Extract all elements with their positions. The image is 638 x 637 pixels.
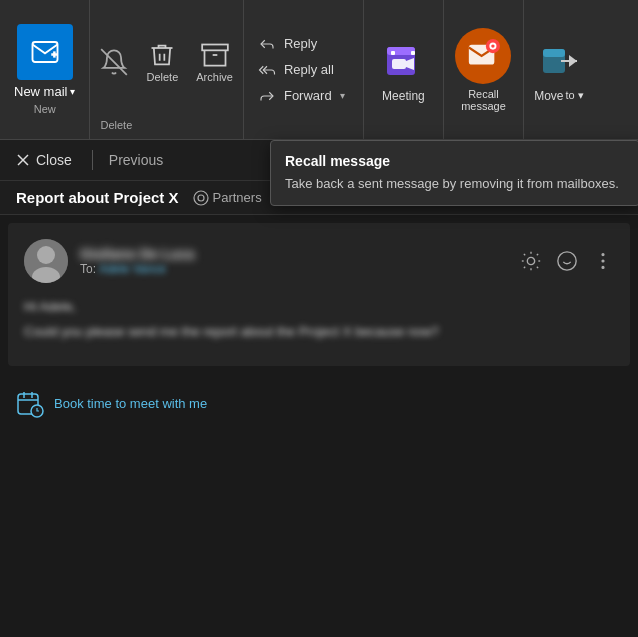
recall-button[interactable] [455, 28, 511, 84]
bell-muted-icon [100, 48, 128, 76]
sender-to: To: Adele Vance [80, 262, 508, 276]
avatar-image [24, 239, 68, 283]
tooltip-description: Take back a sent message by removing it … [285, 175, 625, 193]
mail-subject: Report about Project X [16, 189, 179, 206]
recall-section: Recall message [444, 0, 524, 139]
meeting-icon [383, 41, 423, 81]
delete-label: Delete [146, 71, 178, 83]
reply-icon [258, 35, 276, 53]
mail-content: Giuliano De Luca To: Adele Vance [8, 223, 630, 366]
moveto-label[interactable]: Move to ▾ [534, 89, 584, 103]
emoji-icon[interactable] [556, 250, 578, 272]
delete-icon [148, 41, 176, 69]
tag-icon [193, 190, 209, 206]
reply-section: Reply Reply all Forward ▾ [244, 0, 364, 139]
new-mail-label[interactable]: New mail ▾ [14, 84, 75, 99]
svg-rect-10 [392, 59, 406, 69]
sender-info: Giuliano De Luca To: Adele Vance [80, 246, 508, 276]
svg-rect-4 [202, 44, 228, 50]
nav-divider [92, 150, 93, 170]
new-mail-button[interactable] [17, 24, 73, 80]
toolbar: New mail ▾ New [0, 0, 638, 140]
brightness-icon[interactable] [520, 250, 542, 272]
reply-all-icon [258, 61, 276, 79]
moveto-section: Move to ▾ [524, 0, 594, 139]
forward-button[interactable]: Forward ▾ [254, 85, 353, 107]
mail-icons-row [520, 250, 614, 272]
archive-label: Archive [196, 71, 233, 83]
meeting-section: Meeting [364, 0, 444, 139]
meeting-button[interactable] [379, 37, 427, 85]
svg-point-27 [527, 257, 534, 264]
forward-icon [258, 87, 276, 105]
delete-section-label: Delete [100, 115, 232, 131]
mail-body-text: Could you please send me the report abou… [24, 322, 614, 342]
tooltip-title: Recall message [285, 153, 625, 169]
new-section-label: New [34, 103, 56, 115]
svg-line-35 [537, 254, 538, 255]
reply-button[interactable]: Reply [254, 33, 353, 55]
meeting-label: Meeting [382, 89, 425, 103]
close-icon [16, 153, 30, 167]
delete-icons-row: Delete Archive [100, 8, 232, 115]
recipient-name: Adele Vance [99, 262, 166, 276]
svg-rect-8 [391, 51, 395, 55]
svg-point-25 [37, 246, 55, 264]
svg-point-23 [198, 195, 204, 201]
book-time-label: Book time to meet with me [54, 396, 207, 411]
moveto-button[interactable] [535, 37, 583, 85]
moveto-icon [539, 41, 579, 81]
svg-line-31 [537, 267, 538, 268]
svg-point-15 [492, 44, 495, 47]
mail-tag: Partners [193, 190, 262, 206]
svg-point-36 [558, 252, 576, 270]
archive-button[interactable]: Archive [196, 41, 233, 83]
svg-rect-9 [411, 51, 415, 55]
delete-section: Delete Archive Delete [90, 0, 243, 139]
svg-point-39 [602, 254, 604, 256]
mail-greeting: Hi Adele, [24, 299, 614, 314]
svg-point-22 [194, 191, 208, 205]
book-time-icon [16, 390, 44, 418]
svg-point-40 [602, 260, 604, 262]
svg-point-41 [602, 267, 604, 269]
book-time-row[interactable]: Book time to meet with me [0, 374, 638, 434]
sender-name: Giuliano De Luca [80, 246, 508, 262]
delete-button[interactable]: Delete [146, 41, 178, 83]
recall-label: Recall message [461, 88, 506, 112]
sender-row: Giuliano De Luca To: Adele Vance [24, 239, 614, 283]
svg-rect-17 [543, 49, 565, 57]
more-icon[interactable] [592, 250, 614, 272]
mail-body: Hi Adele, Could you please send me the r… [24, 291, 614, 350]
svg-line-3 [102, 49, 128, 75]
new-mail-icon [30, 37, 60, 67]
close-button[interactable]: Close [16, 152, 72, 168]
recall-icon [466, 39, 500, 73]
reply-all-button[interactable]: Reply all [254, 59, 353, 81]
avatar [24, 239, 68, 283]
mute-button[interactable] [100, 48, 128, 76]
previous-button[interactable]: Previous [109, 152, 163, 168]
archive-icon [201, 41, 229, 69]
svg-line-34 [524, 267, 525, 268]
new-mail-section: New mail ▾ New [0, 0, 90, 139]
mail-area: Close Previous Report about Project X Pa… [0, 140, 638, 637]
svg-line-30 [524, 254, 525, 255]
recall-tooltip: Recall message Take back a sent message … [270, 140, 638, 206]
